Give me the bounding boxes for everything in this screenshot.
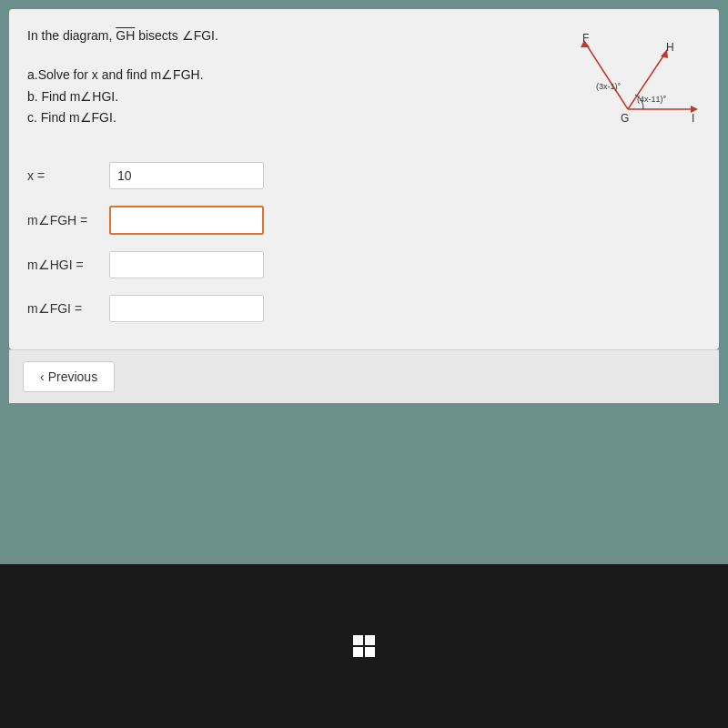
diagram: F H G I (3x-1)° (4x-11)°: [519, 27, 701, 146]
x-input[interactable]: [109, 162, 264, 189]
segment-label: GH: [116, 28, 135, 43]
problem-text: In the diagram, GH bisects ∠FGI. a.Solve…: [27, 27, 519, 146]
geometry-diagram: F H G I (3x-1)° (4x-11)°: [519, 27, 701, 146]
label-F: F: [582, 32, 589, 45]
part-a: a.Solve for x and find m∠FGH.: [27, 66, 519, 85]
hgi-input[interactable]: [109, 251, 264, 278]
fgi-input[interactable]: [109, 295, 264, 322]
windows-icon[interactable]: [353, 635, 375, 657]
x-label: x =: [27, 168, 109, 183]
fgi-label: m∠FGI =: [27, 301, 109, 316]
problem-header: In the diagram, GH bisects ∠FGI. a.Solve…: [27, 27, 701, 146]
part-c: c. Find m∠FGI.: [27, 109, 519, 127]
previous-button[interactable]: ‹ Previous: [23, 361, 115, 392]
hgi-label: m∠HGI =: [27, 258, 109, 272]
intro-text: In the diagram, GH bisects ∠FGI.: [27, 27, 519, 46]
main-card: In the diagram, GH bisects ∠FGI. a.Solve…: [9, 9, 719, 349]
label-I: I: [692, 112, 694, 125]
taskbar: [0, 564, 728, 728]
hgi-input-row: m∠HGI =: [27, 251, 701, 278]
angle-label-1: (3x-1)°: [596, 82, 622, 91]
fgh-input[interactable]: [109, 206, 264, 235]
part-b: b. Find m∠HGI.: [27, 88, 519, 106]
fgi-input-row: m∠FGI =: [27, 295, 701, 322]
svg-line-0: [587, 46, 628, 109]
previous-icon: ‹: [40, 369, 45, 384]
x-input-row: x =: [27, 162, 701, 189]
fgh-input-row: m∠FGH =: [27, 206, 701, 235]
bottom-bar: ‹ Previous: [9, 349, 719, 403]
label-G: G: [621, 112, 629, 125]
fgh-label: m∠FGH =: [27, 213, 109, 228]
label-H: H: [666, 41, 674, 54]
previous-label: Previous: [48, 369, 97, 384]
angle-label-2: (4x-11)°: [637, 95, 667, 104]
